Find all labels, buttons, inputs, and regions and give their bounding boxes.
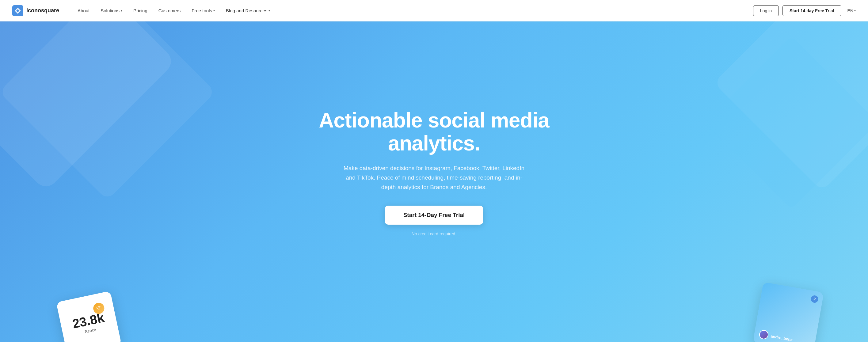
nav-pricing[interactable]: Pricing (133, 8, 148, 13)
login-button[interactable]: Log in (753, 5, 779, 16)
user-avatar-row: andre_benz (758, 330, 794, 342)
nav-solutions[interactable]: Solutions ▾ (100, 8, 122, 13)
no-cc-text: No credit card required. (314, 231, 554, 236)
nav-about[interactable]: About (78, 8, 90, 13)
hero-cta-button[interactable]: Start 14-Day Free Trial (385, 206, 483, 225)
nav-blog[interactable]: Blog and Resources ▾ (226, 8, 270, 13)
username-text: andre_benz (770, 334, 793, 342)
lang-selector[interactable]: EN ▾ (847, 8, 856, 13)
avatar (758, 330, 769, 340)
analytics-card-right: 2 andre_benz (753, 282, 824, 342)
notification-badge: 2 (810, 295, 819, 303)
navbar: iconosquare About Solutions ▾ Pricing Cu… (0, 0, 868, 22)
nav-customers[interactable]: Customers (158, 8, 181, 13)
logo-icon (12, 5, 23, 16)
solutions-chevron: ▾ (121, 9, 122, 12)
card-left-number: 23.8k (71, 311, 105, 330)
logo-link[interactable]: iconosquare (12, 5, 59, 16)
hero-content: Actionable social media analytics. Make … (308, 109, 560, 236)
hero-section: Actionable social media analytics. Make … (0, 0, 868, 342)
trial-nav-button[interactable]: Start 14 day Free Trial (782, 5, 841, 16)
nav-actions: Log in Start 14 day Free Trial EN ▾ (753, 5, 856, 16)
hero-subtitle: Make data-driven decisions for Instagram… (339, 163, 529, 192)
nav-free-tools[interactable]: Free tools ▾ (192, 8, 215, 13)
nav-links: About Solutions ▾ Pricing Customers Free… (78, 8, 753, 13)
lang-chevron: ▾ (854, 9, 856, 12)
logo-text: iconosquare (26, 7, 59, 14)
free-tools-chevron: ▾ (213, 9, 215, 12)
analytics-card-left: 23.8k Reach (56, 291, 121, 342)
hero-title: Actionable social media analytics. (314, 109, 554, 155)
blog-chevron: ▾ (269, 9, 270, 12)
